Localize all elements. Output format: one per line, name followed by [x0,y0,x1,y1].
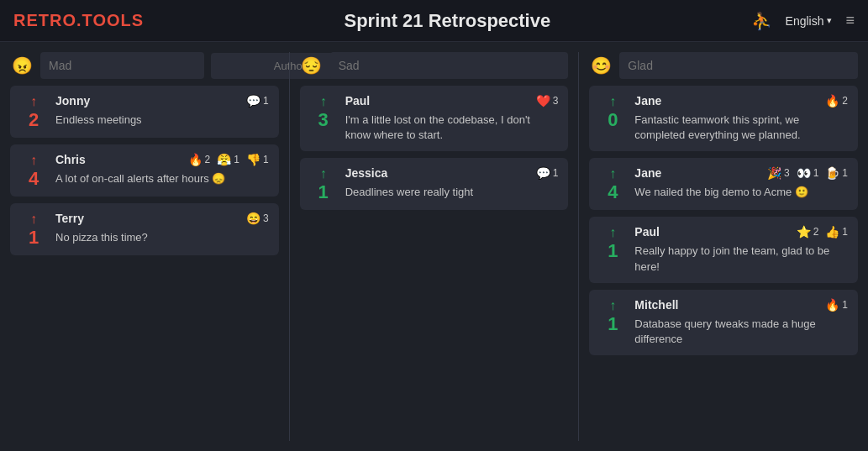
reaction-count: 2 [842,95,848,107]
reaction-count: 1 [842,299,848,311]
table-row: ↑3Paul❤️3I'm a little lost on the codeba… [300,86,569,151]
page-title: Sprint 21 Retrospective [144,10,750,32]
reaction[interactable]: 🍺1 [825,166,848,180]
card-reactions: ⭐2👍1 [797,225,848,239]
vote-up-arrow[interactable]: ↑ [320,94,327,109]
vote-section: ↑2 [20,94,47,129]
person-icon: ⛹ [751,11,772,31]
language-button[interactable]: English [786,14,833,28]
reaction[interactable]: 🔥2 [825,94,848,108]
reaction-emoji: ⭐ [797,225,811,239]
vote-count: 4 [608,183,618,202]
col-emoji-sad: 😔 [300,55,324,76]
col-input-glad[interactable] [619,52,858,79]
reaction-emoji: 🔥 [188,153,203,166]
table-row: ↑1Terry😄3No pizza this time? [10,203,279,255]
reaction[interactable]: ❤️3 [536,94,559,108]
vote-up-arrow[interactable]: ↑ [609,298,616,313]
vote-up-arrow[interactable]: ↑ [30,212,37,227]
card-author: Paul [634,225,660,239]
card-top: Jane🎉3👀1🍺1 [634,166,848,180]
vote-count: 2 [29,111,39,129]
vote-up-arrow[interactable]: ↑ [609,166,616,181]
col-input-mad[interactable] [40,52,204,79]
header-actions: ⛹ English ≡ [751,11,855,31]
vote-count: 1 [29,228,39,247]
card-top: Jonny💬1 [55,94,269,108]
vote-up-arrow[interactable]: ↑ [609,225,616,240]
card-text: Fantastic teamwork this sprint, we compl… [634,113,848,143]
vote-section: ↑1 [310,166,337,202]
reaction[interactable]: 👍1 [825,225,848,239]
card-text: Endless meetings [55,113,269,128]
card-author: Terry [55,212,84,225]
reaction-emoji: 💬 [246,94,260,108]
reaction-count: 3 [553,95,559,107]
reaction-count: 1 [842,226,848,238]
reaction-emoji: 🔥 [825,298,839,312]
reaction-emoji: 👍 [825,225,839,239]
card-author: Jane [634,94,661,108]
cards-sad: ↑3Paul❤️3I'm a little lost on the codeba… [300,86,569,210]
card-text: I'm a little lost on the codebase, I don… [345,113,559,143]
card-body: Chris🔥2😤1👎1A lot of on-call alerts after… [55,153,269,188]
reaction[interactable]: ⭐2 [797,225,819,239]
vote-count: 1 [608,242,618,260]
vote-count: 1 [608,315,618,333]
reaction-count: 1 [263,154,269,165]
card-author: Jane [634,166,661,180]
table-row: ↑0Jane🔥2Fantastic teamwork this sprint, … [589,86,858,151]
card-body: Paul⭐2👍1Really happy to join the team, g… [634,225,848,274]
card-body: Jessica💬1Deadlines were really tight [345,166,559,202]
card-body: Terry😄3No pizza this time? [55,212,269,247]
col-input-sad[interactable] [330,52,569,79]
reaction[interactable]: 🔥2 [188,153,211,166]
vote-section: ↑0 [599,94,626,143]
card-reactions: 🔥2😤1👎1 [188,153,269,166]
card-body: Jonny💬1Endless meetings [55,94,269,129]
reaction[interactable]: 💬1 [536,166,559,180]
vote-section: ↑1 [599,298,626,347]
reaction[interactable]: 🔥1 [825,298,848,312]
vote-section: ↑4 [599,166,626,202]
card-author: Paul [345,94,371,108]
reaction[interactable]: 👎1 [246,153,269,166]
reaction[interactable]: 💬1 [246,94,269,108]
menu-icon[interactable]: ≡ [845,12,855,29]
vote-up-arrow[interactable]: ↑ [609,94,616,109]
reaction-count: 1 [842,167,848,179]
column-glad: 😊↑0Jane🔥2Fantastic teamwork this sprint,… [589,52,858,441]
card-top: Jane🔥2 [634,94,848,108]
table-row: ↑4Jane🎉3👀1🍺1We nailed the big demo to Ac… [589,158,858,210]
vote-up-arrow[interactable]: ↑ [30,94,37,109]
table-row: ↑2Jonny💬1Endless meetings [10,86,279,138]
card-reactions: 💬1 [246,94,269,108]
reaction[interactable]: 🎉3 [767,166,790,180]
card-top: Paul⭐2👍1 [634,225,848,239]
vote-up-arrow[interactable]: ↑ [30,153,37,168]
card-body: Paul❤️3I'm a little lost on the codebase… [345,94,559,143]
card-top: Mitchell🔥1 [634,298,848,312]
reaction[interactable]: 😄3 [246,212,269,225]
col-emoji-mad: 😠 [10,55,34,76]
reaction-count: 1 [263,95,269,107]
reaction[interactable]: 😤1 [217,153,239,166]
card-reactions: 😄3 [246,212,269,225]
board: 😠↑2Jonny💬1Endless meetings↑4Chris🔥2😤1👎1A… [0,42,868,451]
reaction-emoji: ❤️ [536,94,550,108]
card-author: Jessica [345,166,388,180]
reaction-count: 1 [234,154,239,165]
card-text: Deadlines were really tight [345,185,559,200]
reaction-emoji: 👎 [246,153,260,166]
card-text: A lot of on-call alerts after hours 😞 [55,171,269,186]
card-reactions: 🔥2 [825,94,848,108]
reaction[interactable]: 👀1 [797,166,819,180]
reaction-emoji: 🎉 [767,166,781,180]
table-row: ↑1Mitchell🔥1Database query tweaks made a… [589,290,858,355]
table-row: ↑4Chris🔥2😤1👎1A lot of on-call alerts aft… [10,144,279,197]
card-text: We nailed the big demo to Acme 🙂 [634,185,848,200]
table-row: ↑1Paul⭐2👍1Really happy to join the team,… [589,217,858,282]
reaction-count: 3 [784,167,790,179]
card-top: Jessica💬1 [345,166,559,180]
vote-up-arrow[interactable]: ↑ [320,166,327,181]
